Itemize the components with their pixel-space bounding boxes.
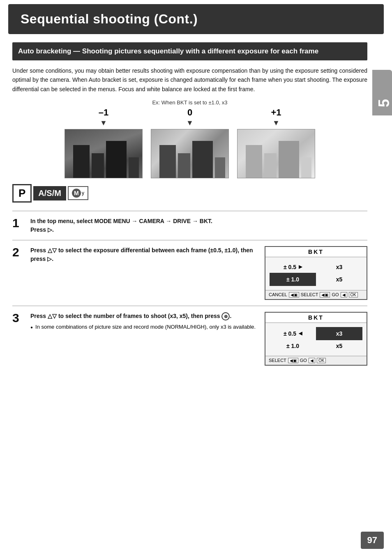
chapter-number: 5 [376, 78, 392, 107]
select-icon-2: ◀▣ [288, 358, 298, 363]
triangle-right-icon [48, 226, 52, 233]
go-label: GO [332, 292, 339, 297]
page-title: Sequential shooting (Cont.) [21, 12, 371, 27]
exposure-frame-plus1: +1 ▼ [235, 107, 317, 178]
step-3-left: Press to select the number of frames to … [30, 312, 259, 366]
main-content: Auto bracketing — Shooting pictures sequ… [0, 34, 392, 380]
ok-icon-2: OK [317, 358, 326, 363]
badge-asm: A/S/M [33, 186, 66, 200]
exposure-label-plus1: +1 [271, 107, 281, 118]
example-label: Ex: When BKT is set to ±1.0, x3 [12, 99, 367, 106]
badge-my: M y [68, 186, 88, 200]
step-2: 2 Press to select the exposure different… [12, 240, 367, 306]
step-2-right: BKT ± 0.5 ▶ x3 ± 1.0 x5 CANCEL ◀▣ [265, 246, 367, 300]
photo-minus1 [65, 129, 143, 178]
select-label: SELECT [301, 292, 318, 297]
bkt-panel-2-title: BKT [265, 313, 367, 323]
bkt-grid-1: ± 0.5 ▶ x3 ± 1.0 x5 [265, 257, 367, 290]
exposure-label-minus1: –1 [99, 107, 108, 118]
mode-badges: P A/S/M M y [12, 184, 367, 203]
circle-ok-icon: ⊚ [221, 312, 230, 320]
step-1-content: In the top menu, select MODE MENU → CAME… [30, 217, 367, 234]
step-1-number: 1 [12, 217, 25, 234]
select-label-2: SELECT [269, 358, 286, 363]
photo-0 [151, 129, 229, 178]
chapter-tab: 5 Chapter [372, 70, 392, 115]
step-2-content: Press to select the exposure differentia… [30, 246, 367, 300]
step-1-text: In the top menu, select MODE MENU → CAME… [30, 217, 367, 234]
steps-area: 1 In the top menu, select MODE MENU → CA… [12, 211, 367, 371]
photo-plus1 [237, 129, 315, 178]
step-2-number: 2 [12, 246, 25, 300]
step-2-left: Press to select the exposure differentia… [30, 246, 259, 300]
page-number: 97 [361, 532, 384, 549]
bkt-cell2-05: ± 0.5 ◀ [270, 327, 316, 340]
cancel-icon: ◀▣ [289, 292, 299, 297]
step-3-right: BKT ± 0.5 ◀ x3 ± 1.0 x5 SELECT ◀▣ [265, 312, 367, 366]
bkt-cell-x3: x3 [316, 261, 362, 273]
step-3-with-image: Press to select the number of frames to … [30, 312, 367, 366]
cancel-label: CANCEL [269, 292, 287, 297]
step-2-text: Press to select the exposure differentia… [30, 246, 259, 263]
body-text: Under some conditions, you may obtain be… [12, 66, 367, 94]
bkt-footer-1: CANCEL ◀▣ SELECT ◀▣ GO ◀ OK [265, 290, 367, 299]
bkt-cell-x5: x5 [316, 273, 362, 286]
step-3-content: Press to select the number of frames to … [30, 312, 367, 366]
go-label-2: GO [300, 358, 307, 363]
go-icon-2: ◀ [309, 358, 315, 363]
bkt-footer-2: SELECT ◀▣ GO ◀ OK [265, 356, 367, 365]
bkt-cell2-10: ± 1.0 [270, 340, 316, 352]
bkt-panel-2: BKT ± 0.5 ◀ x3 ± 1.0 x5 SELECT ◀▣ [265, 312, 367, 366]
page-wrapper: Sequential shooting (Cont.) 5 Chapter Au… [0, 4, 392, 553]
exposure-diagram: –1 ▼ 0 ▼ [12, 107, 367, 178]
badge-my-inner: M [72, 189, 81, 198]
go-icon: ◀ [341, 292, 347, 297]
step-2-with-image: Press to select the exposure differentia… [30, 246, 367, 300]
step-3: 3 Press to select the number of frames t… [12, 306, 367, 371]
bkt-cell2-x3: x3 [316, 327, 362, 340]
badge-my-label: y [82, 190, 84, 196]
exposure-frame-0: 0 ▼ [149, 107, 231, 178]
arrow-down-minus1: ▼ [100, 119, 107, 127]
bkt-panel-1-title: BKT [265, 247, 367, 257]
bkt-cell2-x5: x5 [316, 340, 362, 352]
exposure-frame-minus1: –1 ▼ [62, 107, 145, 178]
exposure-label-0: 0 [187, 107, 192, 118]
tri-down-icon-2 [52, 247, 57, 253]
arrow-down-plus1: ▼ [272, 119, 280, 127]
bkt-cell-10: ± 1.0 [270, 273, 316, 286]
tri-down-icon-3 [52, 313, 57, 319]
ok-icon: OK [349, 292, 358, 297]
section-heading: Auto bracketing — Shooting pictures sequ… [12, 42, 367, 60]
page-header: Sequential shooting (Cont.) [8, 4, 384, 34]
tri-up-icon-3 [48, 313, 52, 319]
bkt-panel-1: BKT ± 0.5 ▶ x3 ± 1.0 x5 CANCEL ◀▣ [265, 246, 367, 300]
step-3-bullet: In some combinations of picture size and… [30, 323, 259, 331]
select-icon: ◀▣ [320, 292, 330, 297]
arrow-down-0: ▼ [186, 119, 194, 127]
bkt-grid-2: ± 0.5 ◀ x3 ± 1.0 x5 [265, 323, 367, 356]
step-3-number: 3 [12, 312, 25, 366]
bkt-cell-05: ± 0.5 ▶ [270, 261, 316, 273]
badge-p: P [12, 184, 32, 203]
tri-right-icon-2 [47, 256, 52, 262]
step-1: 1 In the top menu, select MODE MENU → CA… [12, 211, 367, 240]
tri-up-icon-2 [48, 247, 52, 253]
step-3-text: Press to select the number of frames to … [30, 312, 259, 320]
